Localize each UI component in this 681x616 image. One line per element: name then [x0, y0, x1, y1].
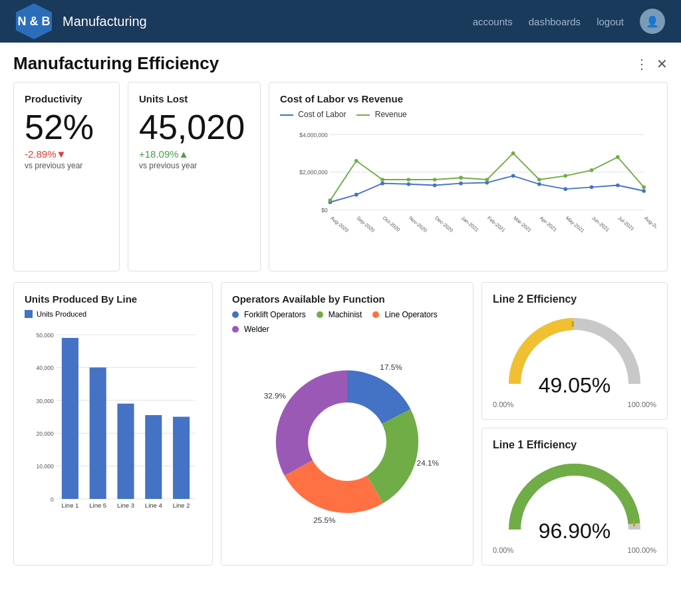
- line1-gauge-card: Line 1 Efficiency 96.90% 0.00% 100.00%: [481, 428, 668, 565]
- app-title: Manufacturing: [63, 14, 147, 29]
- svg-point-37: [459, 176, 463, 180]
- svg-text:Line 5: Line 5: [89, 502, 106, 509]
- svg-text:40,000: 40,000: [37, 365, 54, 371]
- svg-text:17.5%: 17.5%: [380, 363, 402, 371]
- svg-point-24: [459, 182, 463, 186]
- svg-text:10,000: 10,000: [37, 463, 54, 470]
- page-title: Manufacturing Efficiency: [13, 53, 219, 74]
- productivity-label: Productivity: [25, 93, 108, 104]
- legend-revenue: Revenue: [356, 110, 406, 119]
- legend-labor: Cost of Labor: [280, 110, 346, 119]
- units-lost-card: Units Lost 45,020 +18.09%▲ vs previous y…: [128, 82, 261, 271]
- page-content: Manufacturing Efficiency ⋮ ✕ Productivit…: [0, 43, 681, 616]
- svg-point-41: [563, 174, 567, 178]
- svg-text:Line 3: Line 3: [117, 502, 134, 509]
- svg-point-44: [642, 186, 646, 190]
- svg-text:Jul-2021: Jul-2021: [617, 215, 636, 231]
- labor-chart-legend: Cost of Labor Revenue: [280, 110, 656, 119]
- svg-point-22: [407, 182, 411, 186]
- labor-chart-card: Cost of Labor vs Revenue Cost of Labor R…: [269, 82, 668, 271]
- svg-point-28: [563, 187, 567, 191]
- svg-text:Mar-2021: Mar-2021: [512, 215, 532, 233]
- page-actions: ⋮ ✕: [635, 56, 668, 72]
- header-left: N & B Manufacturing: [16, 3, 147, 39]
- bar-chart-svg: 50,00040,00030,00020,00010,0000Line 1Lin…: [25, 323, 202, 523]
- user-avatar[interactable]: 👤: [640, 9, 665, 34]
- svg-point-35: [407, 178, 411, 182]
- nav-dashboards[interactable]: dashboards: [529, 16, 581, 27]
- svg-point-20: [354, 193, 358, 197]
- logo-badge: N & B: [16, 3, 52, 39]
- svg-text:24.1%: 24.1%: [417, 458, 440, 467]
- svg-rect-57: [62, 338, 78, 499]
- donut-chart-card: Operators Available by Function Forklift…: [221, 282, 474, 565]
- donut-legend-forklift: Forklift Operators: [232, 310, 306, 319]
- line2-gauge-card: Line 2 Efficiency 49.05% 0.00% 100.00%: [481, 282, 668, 420]
- svg-text:Nov-2020: Nov-2020: [408, 215, 428, 233]
- svg-text:30,000: 30,000: [37, 398, 54, 404]
- svg-text:Line 2: Line 2: [173, 502, 190, 509]
- svg-point-23: [433, 184, 437, 188]
- donut-chart-svg: 17.5%24.1%25.5%32.9%: [232, 342, 462, 541]
- labor-chart-title: Cost of Labor vs Revenue: [280, 93, 656, 104]
- svg-text:Apr-2021: Apr-2021: [539, 215, 559, 233]
- svg-point-43: [616, 155, 620, 159]
- svg-point-39: [511, 152, 515, 156]
- svg-point-38: [485, 178, 489, 182]
- nav-accounts[interactable]: accounts: [473, 16, 513, 27]
- header-nav: accounts dashboards logout 👤: [473, 9, 665, 34]
- svg-text:Jun-2021: Jun-2021: [591, 215, 611, 233]
- svg-rect-63: [145, 415, 162, 499]
- svg-text:Aug-2020: Aug-2020: [329, 215, 350, 233]
- units-lost-vs: vs previous year: [139, 161, 249, 170]
- close-button[interactable]: ✕: [656, 56, 668, 72]
- units-lost-change: +18.09%▲: [139, 148, 249, 160]
- svg-point-21: [380, 182, 384, 186]
- line1-gauge-labels: 0.00% 100.00%: [493, 546, 656, 554]
- more-options-button[interactable]: ⋮: [635, 56, 648, 72]
- svg-text:Jan-2021: Jan-2021: [460, 215, 480, 233]
- svg-text:20,000: 20,000: [37, 430, 54, 437]
- top-row: Productivity 52% -2.89%▼ vs previous yea…: [13, 82, 668, 271]
- svg-text:Oct-2020: Oct-2020: [382, 215, 402, 233]
- line1-gauge-title: Line 1 Efficiency: [493, 439, 656, 451]
- svg-text:32.9%: 32.9%: [264, 391, 287, 400]
- line2-gauge-title: Line 2 Efficiency: [493, 293, 656, 305]
- svg-text:Feb-2021: Feb-2021: [486, 215, 506, 233]
- donut-legend-line-operators: Line Operators: [372, 310, 437, 319]
- svg-text:25.5%: 25.5%: [313, 516, 336, 524]
- svg-rect-59: [90, 367, 106, 499]
- svg-text:$2,000,000: $2,000,000: [299, 169, 328, 176]
- donut-legend: Forklift Operators Machinist Line Operat…: [232, 310, 462, 334]
- productivity-vs: vs previous year: [25, 161, 108, 170]
- svg-text:Line 4: Line 4: [145, 502, 162, 509]
- bar-chart-card: Units Produced By Line Units Produced 50…: [13, 282, 213, 565]
- svg-point-32: [329, 198, 333, 202]
- gauges-column: Line 2 Efficiency 49.05% 0.00% 100.00% L…: [481, 282, 668, 565]
- bar-legend: Units Produced: [25, 310, 202, 318]
- svg-text:May-2021: May-2021: [565, 215, 585, 233]
- svg-rect-61: [117, 404, 134, 499]
- svg-text:$0: $0: [321, 207, 328, 214]
- svg-point-26: [511, 174, 515, 178]
- donut-legend-welder: Welder: [232, 325, 269, 334]
- page-header: Manufacturing Efficiency ⋮ ✕: [13, 53, 668, 82]
- nav-logout[interactable]: logout: [597, 16, 624, 27]
- units-lost-value: 45,020: [139, 110, 249, 144]
- productivity-value: 52%: [25, 110, 108, 144]
- donut-legend-machinist: Machinist: [317, 310, 362, 319]
- labor-chart-svg: $4,000,000$2,000,000$0Aug-2020Sep-2020Oc…: [280, 124, 656, 257]
- svg-text:Line 1: Line 1: [61, 502, 78, 509]
- svg-point-30: [616, 184, 620, 188]
- svg-point-31: [642, 189, 646, 193]
- svg-point-40: [537, 178, 541, 182]
- svg-point-36: [433, 178, 437, 182]
- svg-text:$4,000,000: $4,000,000: [299, 132, 328, 138]
- svg-point-34: [380, 178, 384, 182]
- bar-chart-title: Units Produced By Line: [25, 293, 202, 305]
- svg-text:Aug-2021: Aug-2021: [643, 215, 656, 233]
- svg-point-42: [590, 168, 594, 172]
- svg-rect-65: [173, 417, 190, 500]
- svg-text:0: 0: [51, 496, 54, 503]
- donut-chart-title: Operators Available by Function: [232, 293, 462, 305]
